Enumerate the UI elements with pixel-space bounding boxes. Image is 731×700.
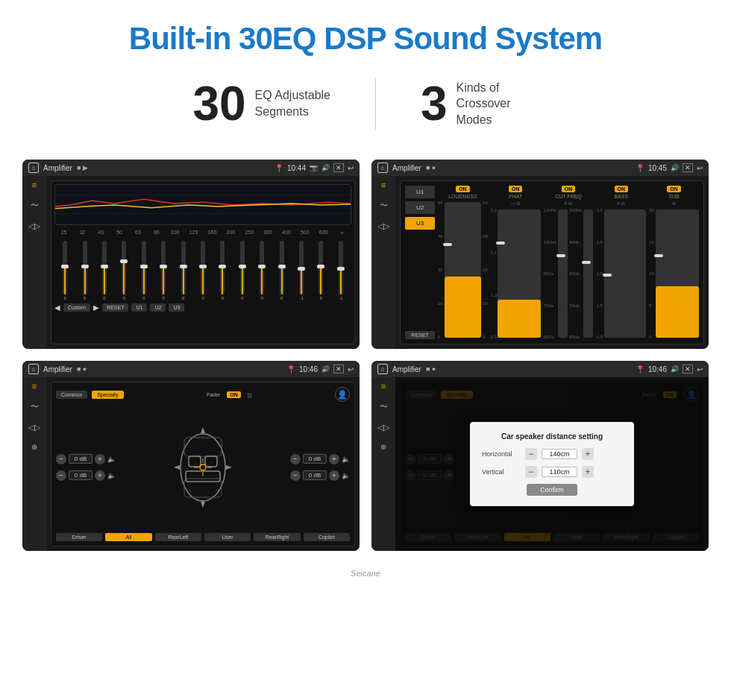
home-icon-2[interactable]	[377, 163, 388, 173]
vol-icon-3[interactable]: ◁▷	[28, 423, 40, 432]
eq-sliders: 0 0	[54, 241, 351, 300]
copilot-button[interactable]: Copilot	[304, 533, 350, 541]
specialty-tab[interactable]: Specialty	[92, 391, 123, 399]
all-button[interactable]: All	[105, 533, 151, 541]
vol-display-fl: 0 dB	[69, 454, 92, 464]
eq-slider-6: 0	[174, 241, 192, 300]
wave-icon-3[interactable]: 〜	[31, 401, 39, 412]
dialog-title: Car speaker distance setting	[482, 432, 622, 441]
speaker-icon-rl: 🔈	[107, 472, 116, 479]
back-icon-3[interactable]: ↩	[348, 365, 354, 373]
u3-preset[interactable]: U3	[405, 217, 435, 230]
horizontal-label: Horizontal	[482, 450, 521, 458]
eq-icon-4[interactable]: ≡	[381, 382, 386, 391]
next-icon[interactable]: ▶	[93, 303, 99, 312]
eq-icon-2[interactable]: ≡	[381, 180, 386, 189]
dsp-channels: ON LOUDNESS 644832160	[438, 186, 699, 339]
vertical-label: Vertical	[482, 468, 521, 476]
vol-display-rr: 0 dB	[303, 470, 327, 480]
horizontal-minus[interactable]: −	[525, 448, 537, 460]
distance-dialog: Car speaker distance setting Horizontal …	[470, 422, 634, 506]
cutfreq-toggle[interactable]: ON	[562, 186, 576, 192]
u3-button[interactable]: U3	[169, 303, 184, 312]
wave-icon[interactable]: 〜	[31, 200, 39, 211]
phat-toggle[interactable]: ON	[509, 186, 523, 192]
vol-minus-fl[interactable]: −	[56, 454, 66, 464]
vol-icon-2[interactable]: ◁▷	[377, 221, 389, 231]
vol-icon[interactable]: ◁▷	[28, 221, 40, 231]
u1-preset[interactable]: U1	[405, 186, 435, 198]
dialog-confirm-area: Confirm	[482, 484, 622, 496]
wave-icon-2[interactable]: 〜	[380, 200, 388, 211]
home-icon-4[interactable]	[377, 364, 388, 374]
bt-icon-3[interactable]: ⊕	[31, 443, 37, 451]
bass-toggle[interactable]: ON	[615, 186, 629, 192]
time-3: 10:46	[299, 365, 318, 373]
sidebar-4: ≡ 〜 ◁▷ ⊕	[371, 377, 395, 550]
eq-freq-labels: 25 32 40 50 63 80 100 125 160 200 250 32…	[54, 228, 351, 238]
u1-button[interactable]: U1	[131, 303, 147, 312]
dsp-container: U1 U2 U3 RESET ON LOUDNESS	[400, 180, 704, 344]
status-bar-1: Amplifier ■ ▶ 📍 10:44 📷 🔊 ✕ ↩	[22, 160, 360, 176]
vol-minus-rl[interactable]: −	[56, 470, 66, 481]
home-icon[interactable]	[28, 163, 39, 173]
eq-label: EQ AdjustableSegments	[255, 87, 330, 119]
u2-preset[interactable]: U2	[405, 201, 435, 214]
horizontal-plus[interactable]: +	[582, 448, 594, 460]
vol-minus-rr[interactable]: −	[290, 470, 301, 481]
loudness-toggle[interactable]: ON	[456, 186, 470, 192]
vertical-row: Vertical − 110cm +	[482, 466, 622, 478]
back-icon-2[interactable]: ↩	[697, 164, 703, 172]
vol-plus-fl[interactable]: +	[95, 454, 105, 464]
screen-eq: Amplifier ■ ▶ 📍 10:44 📷 🔊 ✕ ↩ ≡ 〜 ◁▷	[22, 160, 360, 349]
back-icon-1[interactable]: ↩	[348, 164, 354, 172]
sub-toggle[interactable]: ON	[667, 186, 681, 192]
fader-toggle[interactable]: ON	[227, 391, 241, 398]
eq-slider-11: 0	[272, 241, 290, 300]
spec-container: Common Specialty Fader ON ||| 👤 −	[51, 382, 355, 546]
vertical-plus[interactable]: +	[582, 466, 594, 478]
watermark: Seicane	[0, 566, 731, 584]
location-icon-1: 📍	[274, 164, 283, 172]
eq-slider-3: 5	[115, 241, 133, 300]
eq-slider-10: 0	[253, 241, 271, 300]
vol-plus-rr[interactable]: +	[329, 470, 339, 481]
home-icon-3[interactable]	[28, 364, 39, 374]
svg-rect-7	[205, 456, 217, 467]
x-icon-3: ✕	[333, 365, 344, 373]
vertical-minus[interactable]: −	[525, 466, 537, 478]
u2-button[interactable]: U2	[150, 303, 166, 312]
wave-icon-4[interactable]: 〜	[380, 401, 388, 412]
dsp-reset-btn[interactable]: RESET	[405, 331, 435, 339]
eq-slider-7: 0	[194, 241, 212, 300]
vol-icon-4[interactable]: ◁▷	[377, 423, 389, 432]
rear-right-button[interactable]: RearRight	[254, 533, 300, 541]
speaker-icon-rr: 🔈	[342, 472, 350, 479]
reset-button[interactable]: RESET	[102, 303, 128, 312]
rear-left-button[interactable]: RearLeft	[155, 533, 201, 541]
confirm-button[interactable]: Confirm	[527, 484, 577, 496]
horizontal-row: Horizontal − 140cm +	[482, 448, 622, 460]
user-button[interactable]: User	[204, 533, 251, 541]
sidebar-2: ≡ 〜 ◁▷	[371, 176, 395, 349]
eq-icon[interactable]: ≡	[32, 180, 37, 189]
dialog-main: Common Specialty Fader ON 👤 − 0 dB +	[395, 377, 709, 550]
time-2: 10:45	[648, 164, 667, 172]
common-tab[interactable]: Common	[56, 391, 87, 399]
eq-slider-14: -1	[332, 241, 350, 300]
app-title-1: Amplifier	[43, 164, 72, 172]
eq-slider-13: 0	[312, 241, 330, 300]
dsp-presets: U1 U2 U3 RESET	[405, 186, 435, 339]
vol-plus-fr[interactable]: +	[329, 454, 339, 464]
eq-bottom-controls: ◀ Custom ▶ RESET U1 U2 U3	[54, 300, 351, 312]
vol-minus-fr[interactable]: −	[290, 454, 301, 464]
eq-icon-3[interactable]: ≡	[32, 382, 37, 391]
vol-plus-rl[interactable]: +	[95, 470, 105, 481]
driver-button[interactable]: Driver	[56, 533, 102, 541]
page-header: Built-in 30EQ DSP Sound System	[0, 0, 731, 70]
status-bar-2: Amplifier ■ ● 📍 10:45 🔊 ✕ ↩	[371, 160, 709, 176]
bt-icon-4[interactable]: ⊕	[380, 443, 386, 451]
crossover-number: 3	[421, 80, 448, 127]
back-icon-4[interactable]: ↩	[697, 365, 703, 373]
prev-icon[interactable]: ◀	[54, 303, 60, 312]
